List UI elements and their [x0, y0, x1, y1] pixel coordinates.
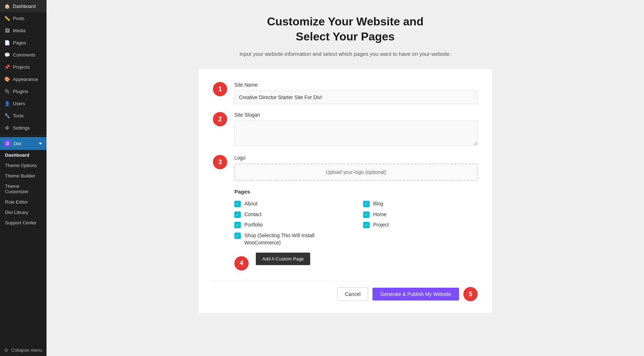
- media-icon: 🖼: [4, 28, 10, 33]
- check-portfolio-icon: ✓: [234, 222, 241, 228]
- sidebar-item-support-center[interactable]: Support Center: [0, 218, 47, 228]
- page-checkbox-project[interactable]: ✓ Project: [363, 221, 478, 229]
- check-shop-icon: ✓: [234, 233, 241, 239]
- sidebar-item-tools[interactable]: 🔧 Tools: [0, 109, 47, 122]
- settings-icon: ⚙: [4, 125, 10, 131]
- sidebar-item-theme-options[interactable]: Theme Options: [0, 160, 47, 171]
- site-slogan-input[interactable]: [234, 121, 478, 146]
- step-badge-2: 2: [213, 112, 227, 126]
- publish-button[interactable]: Generate & Publish My Website: [372, 288, 459, 301]
- sidebar-item-users[interactable]: 👤 Users: [0, 97, 47, 109]
- content-wrapper: Customize Your Website and Select Your P…: [199, 14, 492, 313]
- sidebar: 🏠 Dashboard ✏️ Posts 🖼 Media 📄 Pages 💬 C…: [0, 0, 47, 356]
- sidebar-item-posts[interactable]: ✏️ Posts: [0, 12, 47, 24]
- page-label-blog: Blog: [373, 200, 383, 208]
- page-checkbox-blog[interactable]: ✓ Blog: [363, 200, 478, 208]
- appearance-icon: 🎨: [4, 76, 10, 82]
- divi-section: D Divi Dashboard Theme Options Theme Bui…: [0, 137, 47, 228]
- check-blog-icon: ✓: [363, 201, 370, 207]
- page-checkbox-about[interactable]: ✓ About: [234, 200, 349, 208]
- sidebar-item-plugins[interactable]: 🔌 Plugins: [0, 85, 47, 97]
- page-label-portfolio: Portfolio: [244, 221, 263, 229]
- step-badge-3: 3: [213, 155, 227, 169]
- projects-icon: 📌: [4, 64, 10, 70]
- page-checkbox-shop[interactable]: ✓ Shop (Selecting This Will Install WooC…: [234, 232, 349, 246]
- sidebar-item-pages[interactable]: 📄 Pages: [0, 36, 47, 49]
- site-name-input[interactable]: [234, 91, 478, 104]
- page-label-contact: Contact: [244, 211, 262, 218]
- form-card: 1 Site Name 2 Site Slogan 3 Logo: [199, 69, 492, 313]
- main-content: Customize Your Website and Select Your P…: [47, 0, 644, 356]
- comments-icon: 💬: [4, 52, 10, 58]
- page-title: Customize Your Website and Select Your P…: [267, 14, 423, 44]
- sidebar-item-appearance[interactable]: 🎨 Appearance: [0, 73, 47, 85]
- page-label-project: Project: [373, 221, 389, 229]
- sidebar-item-divi-library[interactable]: Divi Library: [0, 207, 47, 218]
- sidebar-divider: [0, 135, 47, 136]
- sidebar-item-comments[interactable]: 💬 Comments: [0, 49, 47, 61]
- dashboard-icon: 🏠: [4, 3, 10, 9]
- collapse-menu-button[interactable]: ⊙ Collapse menu: [0, 344, 47, 356]
- check-about-icon: ✓: [234, 201, 241, 207]
- step-badge-1: 1: [213, 82, 227, 96]
- step-badge-5: 5: [463, 287, 478, 301]
- logo-upload-area[interactable]: Upload your logo (optional): [234, 164, 478, 181]
- pages-section-label: Pages: [234, 189, 478, 195]
- page-checkbox-home[interactable]: ✓ Home: [363, 211, 478, 218]
- divi-submenu: Dashboard Theme Options Theme Builder Th…: [0, 150, 47, 228]
- step-badge-4: 4: [234, 256, 249, 270]
- pages-icon: 📄: [4, 40, 10, 45]
- sidebar-item-dashboard[interactable]: 🏠 Dashboard: [0, 0, 47, 12]
- page-label-about: About: [244, 200, 258, 208]
- users-icon: 👤: [4, 101, 10, 106]
- card-footer: Cancel Generate & Publish My Website 5: [213, 281, 478, 301]
- sidebar-item-role-editor[interactable]: Role Editor: [0, 197, 47, 207]
- sidebar-item-settings[interactable]: ⚙ Settings: [0, 122, 47, 134]
- sidebar-item-theme-builder[interactable]: Theme Builder: [0, 171, 47, 181]
- pages-grid: ✓ About ✓ Blog ✓ Contact ✓: [234, 200, 478, 246]
- divi-logo-icon: D: [4, 140, 11, 147]
- logo-label: Logo: [234, 155, 478, 161]
- divi-header[interactable]: D Divi: [0, 137, 47, 150]
- page-subtitle: Input your website information and selec…: [239, 50, 451, 58]
- check-home-icon: ✓: [363, 211, 370, 218]
- site-slogan-label: Site Slogan: [234, 112, 478, 118]
- page-checkbox-portfolio[interactable]: ✓ Portfolio: [234, 221, 349, 229]
- tools-icon: 🔧: [4, 113, 10, 118]
- site-name-label: Site Name: [234, 82, 478, 88]
- posts-icon: ✏️: [4, 15, 10, 21]
- page-label-shop: Shop (Selecting This Will Install WooCom…: [244, 232, 349, 246]
- divi-chevron-icon: [39, 143, 42, 145]
- check-project-icon: ✓: [363, 222, 370, 228]
- sidebar-item-divi-dashboard[interactable]: Dashboard: [0, 150, 47, 160]
- sidebar-item-media[interactable]: 🖼 Media: [0, 24, 47, 36]
- sidebar-item-projects[interactable]: 📌 Projects: [0, 61, 47, 73]
- plugins-icon: 🔌: [4, 88, 10, 94]
- add-custom-page-button[interactable]: Add A Custom Page: [256, 253, 310, 265]
- page-checkbox-contact[interactable]: ✓ Contact: [234, 211, 349, 218]
- cancel-button[interactable]: Cancel: [337, 287, 368, 301]
- sidebar-item-theme-customizer[interactable]: Theme Customizer: [0, 181, 47, 197]
- check-contact-icon: ✓: [234, 211, 241, 218]
- collapse-icon: ⊙: [4, 347, 8, 353]
- page-label-home: Home: [373, 211, 386, 218]
